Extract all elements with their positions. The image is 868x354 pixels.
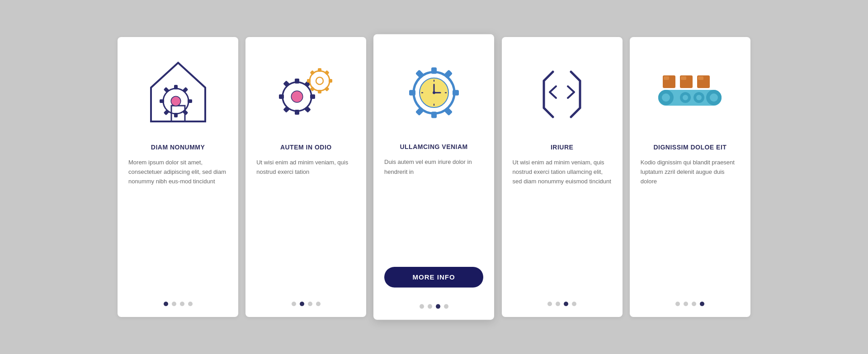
dot bbox=[428, 304, 432, 309]
svg-rect-27 bbox=[318, 90, 321, 93]
card-5-title: DIGNISSIM DOLOE EIT bbox=[653, 144, 726, 151]
svg-rect-15 bbox=[295, 79, 299, 84]
card-1-title: DIAM NONUMMY bbox=[151, 144, 205, 151]
svg-rect-9 bbox=[163, 87, 169, 93]
dot bbox=[188, 302, 193, 306]
svg-point-58 bbox=[683, 95, 688, 100]
dot bbox=[444, 304, 448, 309]
svg-rect-21 bbox=[304, 106, 311, 113]
card-2-text: Ut wisi enim ad minim veniam, quis nostr… bbox=[256, 158, 355, 293]
card-2: AUTEM IN ODIO Ut wisi enim ad minim veni… bbox=[245, 37, 366, 317]
dot bbox=[316, 302, 321, 306]
svg-rect-36 bbox=[431, 112, 437, 118]
svg-rect-16 bbox=[295, 110, 299, 115]
svg-rect-31 bbox=[310, 70, 315, 75]
card-1-dots bbox=[164, 302, 193, 306]
card-5-text: Kodio dignissim qui blandit praesent lup… bbox=[641, 158, 740, 293]
dot-active bbox=[436, 304, 440, 309]
card-3-text: Duis autem vel eum iriure dolor in hendr… bbox=[384, 158, 483, 259]
card-4: IRIURE Ut wisi enim ad minim veniam, qui… bbox=[502, 37, 623, 317]
card-3-icon-area bbox=[384, 49, 483, 132]
svg-marker-0 bbox=[151, 63, 205, 121]
card-3: ULLAMCING VENIAM Duis autem vel eum iriu… bbox=[373, 34, 494, 320]
dot bbox=[292, 302, 296, 306]
svg-rect-66 bbox=[698, 76, 703, 80]
svg-rect-11 bbox=[163, 110, 169, 116]
dot bbox=[308, 302, 312, 306]
svg-rect-5 bbox=[174, 113, 178, 117]
svg-rect-18 bbox=[279, 94, 284, 99]
gear-clock-icon bbox=[400, 54, 468, 127]
card-2-dots bbox=[292, 302, 321, 306]
svg-point-60 bbox=[696, 95, 702, 100]
card-3-dots bbox=[420, 304, 448, 309]
svg-rect-8 bbox=[182, 87, 188, 93]
svg-rect-38 bbox=[409, 90, 415, 95]
conveyor-icon bbox=[654, 63, 726, 121]
card-1-icon-area bbox=[128, 51, 227, 133]
svg-rect-32 bbox=[324, 86, 329, 91]
svg-rect-35 bbox=[431, 67, 437, 74]
dot bbox=[547, 302, 552, 306]
svg-rect-22 bbox=[283, 106, 290, 113]
dot bbox=[180, 302, 184, 306]
svg-rect-7 bbox=[160, 99, 164, 103]
card-1: DIAM NONUMMY Morem ipsum dolor sit amet,… bbox=[118, 37, 238, 317]
dot bbox=[172, 302, 176, 306]
svg-point-54 bbox=[662, 93, 670, 102]
dot bbox=[556, 302, 560, 306]
svg-rect-65 bbox=[681, 76, 686, 80]
card-3-title: ULLAMCING VENIAM bbox=[400, 143, 468, 150]
dot bbox=[675, 302, 680, 306]
dot-active bbox=[564, 302, 568, 306]
svg-rect-17 bbox=[310, 94, 315, 99]
card-2-title: AUTEM IN ODIO bbox=[280, 144, 332, 151]
dot-active bbox=[300, 302, 304, 306]
svg-point-12 bbox=[171, 97, 180, 106]
dot-active bbox=[164, 302, 168, 306]
card-4-text: Ut wisi enim ad minim veniam, quis nostr… bbox=[513, 158, 612, 293]
card-2-icon-area bbox=[256, 51, 355, 133]
brackets-icon bbox=[528, 58, 596, 126]
svg-rect-37 bbox=[453, 90, 459, 95]
dot bbox=[684, 302, 688, 306]
svg-rect-30 bbox=[324, 70, 329, 75]
svg-point-23 bbox=[292, 91, 302, 102]
card-1-text: Morem ipsum dolor sit amet, consectetuer… bbox=[128, 158, 227, 293]
more-info-button[interactable]: MORE INFO bbox=[384, 267, 483, 288]
svg-rect-20 bbox=[283, 80, 290, 87]
card-4-title: IRIURE bbox=[551, 144, 573, 151]
house-gear-icon bbox=[146, 58, 210, 126]
svg-rect-26 bbox=[318, 68, 321, 72]
card-5-icon-area bbox=[641, 51, 740, 133]
svg-point-56 bbox=[710, 93, 718, 102]
gears-icon bbox=[272, 58, 340, 126]
dot bbox=[420, 304, 424, 309]
dot bbox=[692, 302, 696, 306]
card-5: DIGNISSIM DOLOE EIT Kodio dignissim qui … bbox=[630, 37, 750, 317]
svg-rect-10 bbox=[182, 110, 188, 116]
dot-active bbox=[700, 302, 704, 306]
card-5-dots bbox=[675, 302, 704, 306]
card-4-icon-area bbox=[513, 51, 612, 133]
card-4-dots bbox=[547, 302, 576, 306]
svg-rect-6 bbox=[188, 99, 192, 103]
svg-rect-64 bbox=[664, 76, 669, 80]
svg-point-25 bbox=[316, 77, 323, 84]
dot bbox=[572, 302, 576, 306]
cards-container: DIAM NONUMMY Morem ipsum dolor sit amet,… bbox=[118, 37, 750, 317]
svg-rect-28 bbox=[329, 79, 332, 83]
svg-rect-4 bbox=[174, 85, 178, 89]
svg-rect-29 bbox=[307, 79, 311, 83]
